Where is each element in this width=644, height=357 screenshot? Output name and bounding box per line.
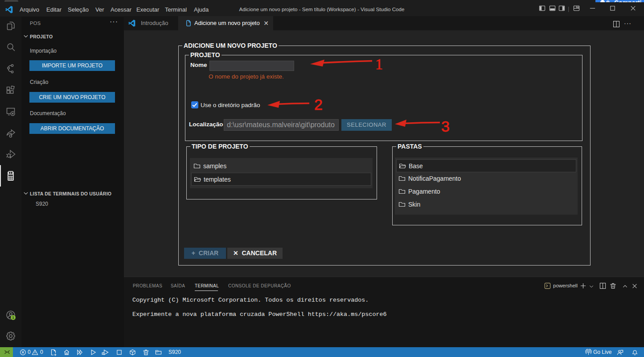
svg-text:2: 2 <box>314 96 323 113</box>
svg-text:3: 3 <box>441 118 450 135</box>
svg-text:1: 1 <box>12 315 14 320</box>
svg-text:1: 1 <box>375 56 383 72</box>
